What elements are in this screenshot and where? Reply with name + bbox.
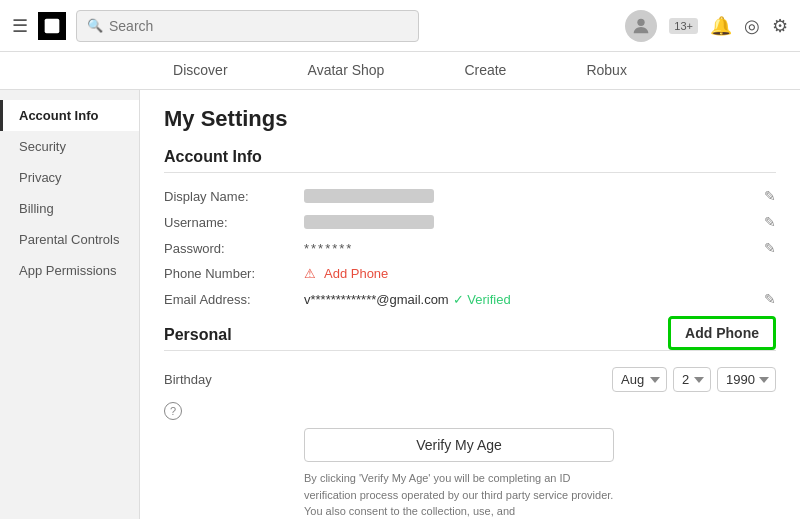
email-value: v*************@gmail.com <box>304 292 449 307</box>
phone-number-label: Phone Number: <box>164 266 304 281</box>
sidebar-item-parental-controls[interactable]: Parental Controls <box>0 224 139 255</box>
password-label: Password: <box>164 241 304 256</box>
main-content: My Settings Account Info Display Name: ✎… <box>140 90 800 519</box>
personal-section: Personal Birthday Aug JanFebMar AprMayJu… <box>164 326 776 519</box>
roblox-circle-icon[interactable]: ◎ <box>744 15 760 37</box>
sidebar-item-app-permissions[interactable]: App Permissions <box>0 255 139 286</box>
verify-age-button[interactable]: Verify My Age <box>304 428 614 462</box>
nav-discover[interactable]: Discover <box>133 52 267 89</box>
email-label: Email Address: <box>164 292 304 307</box>
birthday-month-select[interactable]: Aug JanFebMar AprMayJun JulSepOct NovDec <box>612 367 667 392</box>
password-value: ******* <box>304 241 353 256</box>
menu-icon[interactable]: ☰ <box>12 15 28 37</box>
page-title: My Settings <box>164 106 776 132</box>
avatar[interactable] <box>625 10 657 42</box>
search-bar: 🔍 <box>76 10 419 42</box>
nav-avatar-shop[interactable]: Avatar Shop <box>268 52 425 89</box>
content-area: Account Info Security Privacy Billing Pa… <box>0 90 800 519</box>
nav-robux[interactable]: Robux <box>546 52 666 89</box>
verified-badge: ✓ Verified <box>453 292 511 307</box>
display-name-row: Display Name: ✎ <box>164 183 776 209</box>
phone-warning: ⚠ Add Phone <box>304 266 388 281</box>
account-info-section: Account Info Display Name: ✎ Username: ✎… <box>164 148 776 312</box>
display-name-label: Display Name: <box>164 189 304 204</box>
birthday-day-select[interactable]: 2 1345 <box>673 367 711 392</box>
birthday-year-select[interactable]: 1990 198919911992 <box>717 367 776 392</box>
sidebar-item-account-info[interactable]: Account Info <box>0 100 139 131</box>
username-label: Username: <box>164 215 304 230</box>
display-name-value <box>304 189 434 203</box>
sidebar-item-privacy[interactable]: Privacy <box>0 162 139 193</box>
phone-number-row: Phone Number: ⚠ Add Phone <box>164 261 776 286</box>
username-row: Username: ✎ <box>164 209 776 235</box>
nav-create[interactable]: Create <box>424 52 546 89</box>
svg-point-1 <box>638 18 645 25</box>
top-nav: ☰ 🔍 13+ 🔔 ◎ ⚙ <box>0 0 800 52</box>
add-phone-link[interactable]: Add Phone <box>324 266 388 281</box>
account-info-title: Account Info <box>164 148 776 173</box>
edit-username-icon[interactable]: ✎ <box>764 214 776 230</box>
birthday-label: Birthday <box>164 372 304 387</box>
svg-rect-0 <box>45 18 60 33</box>
roblox-logo-icon <box>41 15 63 37</box>
password-row: Password: ******* ✎ <box>164 235 776 261</box>
sidebar-item-billing[interactable]: Billing <box>0 193 139 224</box>
edit-email-icon[interactable]: ✎ <box>764 291 776 307</box>
age-badge: 13+ <box>669 18 698 34</box>
edit-display-name-icon[interactable]: ✎ <box>764 188 776 204</box>
search-icon: 🔍 <box>87 18 103 33</box>
sidebar-item-security[interactable]: Security <box>0 131 139 162</box>
birthday-row: Birthday Aug JanFebMar AprMayJun JulSepO… <box>164 361 776 398</box>
search-input[interactable] <box>109 18 408 34</box>
email-row: Email Address: v*************@gmail.com … <box>164 286 776 312</box>
avatar-icon <box>630 15 652 37</box>
verify-disclaimer: By clicking 'Verify My Age' you will be … <box>304 470 614 519</box>
nav-right: 13+ 🔔 ◎ ⚙ <box>625 10 788 42</box>
roblox-logo[interactable] <box>38 12 66 40</box>
secondary-nav: Discover Avatar Shop Create Robux <box>0 52 800 90</box>
username-value <box>304 215 434 229</box>
sidebar: Account Info Security Privacy Billing Pa… <box>0 90 140 519</box>
warning-icon: ⚠ <box>304 266 316 281</box>
edit-password-icon[interactable]: ✎ <box>764 240 776 256</box>
birthday-selects: Aug JanFebMar AprMayJun JulSepOct NovDec… <box>612 367 776 392</box>
add-phone-button[interactable]: Add Phone <box>668 316 776 350</box>
settings-icon[interactable]: ⚙ <box>772 15 788 37</box>
notification-icon[interactable]: 🔔 <box>710 15 732 37</box>
help-icon[interactable]: ? <box>164 402 182 420</box>
